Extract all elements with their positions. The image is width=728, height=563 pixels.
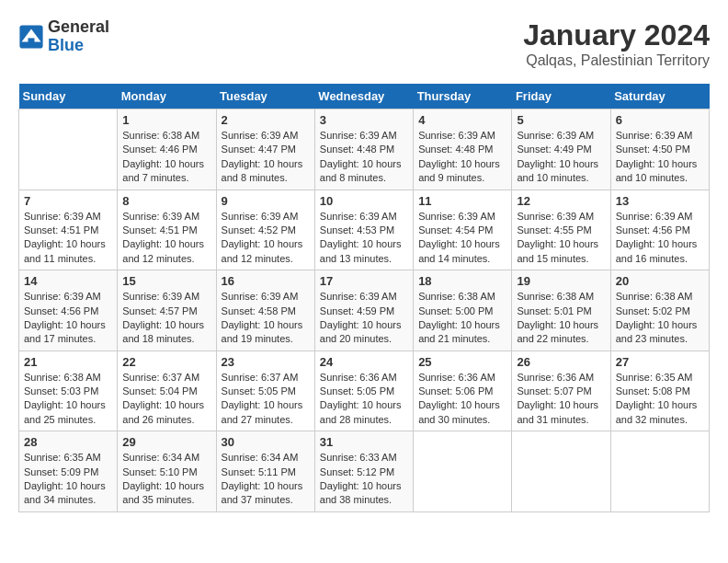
calendar-cell: 13Sunrise: 6:39 AM Sunset: 4:56 PM Dayli…: [610, 190, 709, 270]
day-info: Sunrise: 6:38 AM Sunset: 4:46 PM Dayligh…: [122, 129, 210, 186]
day-info: Sunrise: 6:39 AM Sunset: 4:48 PM Dayligh…: [418, 129, 506, 186]
day-number: 29: [122, 435, 210, 449]
calendar-cell: 12Sunrise: 6:39 AM Sunset: 4:55 PM Dayli…: [512, 190, 610, 270]
calendar-week-2: 7Sunrise: 6:39 AM Sunset: 4:51 PM Daylig…: [19, 190, 710, 270]
calendar-cell: 1Sunrise: 6:38 AM Sunset: 4:46 PM Daylig…: [118, 109, 216, 190]
calendar-cell: [19, 109, 118, 190]
day-info: Sunrise: 6:34 AM Sunset: 5:11 PM Dayligh…: [222, 451, 310, 508]
day-info: Sunrise: 6:38 AM Sunset: 5:01 PM Dayligh…: [517, 290, 605, 347]
column-header-tuesday: Tuesday: [216, 84, 314, 109]
calendar-cell: 16Sunrise: 6:39 AM Sunset: 4:58 PM Dayli…: [216, 270, 314, 351]
day-number: 20: [616, 274, 704, 288]
day-info: Sunrise: 6:36 AM Sunset: 5:07 PM Dayligh…: [517, 371, 605, 428]
day-number: 24: [320, 355, 408, 369]
day-number: 19: [517, 274, 605, 288]
calendar-table: SundayMondayTuesdayWednesdayThursdayFrid…: [18, 84, 710, 512]
day-number: 11: [418, 194, 506, 208]
day-number: 8: [122, 194, 210, 208]
day-number: 28: [24, 435, 112, 449]
calendar-cell: 2Sunrise: 6:39 AM Sunset: 4:47 PM Daylig…: [216, 109, 314, 190]
day-info: Sunrise: 6:39 AM Sunset: 4:51 PM Dayligh…: [122, 210, 210, 267]
day-number: 2: [222, 113, 310, 127]
day-number: 26: [517, 355, 605, 369]
day-info: Sunrise: 6:36 AM Sunset: 5:06 PM Dayligh…: [418, 371, 506, 428]
day-number: 5: [517, 113, 605, 127]
day-number: 21: [24, 355, 112, 369]
day-number: 6: [616, 113, 704, 127]
day-number: 17: [320, 274, 408, 288]
day-number: 18: [418, 274, 506, 288]
day-number: 14: [24, 274, 112, 288]
day-number: 27: [616, 355, 704, 369]
day-info: Sunrise: 6:38 AM Sunset: 5:03 PM Dayligh…: [24, 371, 112, 428]
svg-rect-2: [28, 38, 35, 45]
calendar-week-4: 21Sunrise: 6:38 AM Sunset: 5:03 PM Dayli…: [19, 350, 710, 431]
calendar-cell: 10Sunrise: 6:39 AM Sunset: 4:53 PM Dayli…: [314, 190, 413, 270]
day-info: Sunrise: 6:39 AM Sunset: 4:56 PM Dayligh…: [616, 210, 704, 267]
calendar-cell: 24Sunrise: 6:36 AM Sunset: 5:05 PM Dayli…: [314, 350, 413, 431]
day-info: Sunrise: 6:39 AM Sunset: 4:55 PM Dayligh…: [517, 210, 605, 267]
calendar-cell: 19Sunrise: 6:38 AM Sunset: 5:01 PM Dayli…: [512, 270, 610, 351]
title-block: January 2024 Qalqas, Palestinian Territo…: [523, 18, 710, 69]
calendar-cell: 11Sunrise: 6:39 AM Sunset: 4:54 PM Dayli…: [414, 190, 512, 270]
calendar-cell: 25Sunrise: 6:36 AM Sunset: 5:06 PM Dayli…: [414, 350, 512, 431]
day-number: 1: [122, 113, 210, 127]
logo-blue-text: Blue: [48, 37, 109, 55]
day-info: Sunrise: 6:39 AM Sunset: 4:52 PM Dayligh…: [222, 210, 310, 267]
day-info: Sunrise: 6:39 AM Sunset: 4:59 PM Dayligh…: [320, 290, 408, 347]
calendar-title: January 2024: [523, 18, 710, 52]
day-info: Sunrise: 6:35 AM Sunset: 5:08 PM Dayligh…: [616, 371, 704, 428]
calendar-cell: 14Sunrise: 6:39 AM Sunset: 4:56 PM Dayli…: [19, 270, 118, 351]
calendar-cell: 31Sunrise: 6:33 AM Sunset: 5:12 PM Dayli…: [314, 431, 413, 512]
day-info: Sunrise: 6:37 AM Sunset: 5:04 PM Dayligh…: [122, 371, 210, 428]
calendar-cell: 17Sunrise: 6:39 AM Sunset: 4:59 PM Dayli…: [314, 270, 413, 351]
day-info: Sunrise: 6:37 AM Sunset: 5:05 PM Dayligh…: [222, 371, 310, 428]
day-info: Sunrise: 6:39 AM Sunset: 4:53 PM Dayligh…: [320, 210, 408, 267]
day-info: Sunrise: 6:38 AM Sunset: 5:02 PM Dayligh…: [616, 290, 704, 347]
column-header-friday: Friday: [512, 84, 610, 109]
calendar-cell: 6Sunrise: 6:39 AM Sunset: 4:50 PM Daylig…: [610, 109, 709, 190]
day-number: 4: [418, 113, 506, 127]
day-number: 12: [517, 194, 605, 208]
page-header: General Blue January 2024 Qalqas, Palest…: [18, 18, 710, 69]
column-header-wednesday: Wednesday: [314, 84, 413, 109]
day-number: 23: [222, 355, 310, 369]
day-info: Sunrise: 6:36 AM Sunset: 5:05 PM Dayligh…: [320, 371, 408, 428]
column-header-sunday: Sunday: [19, 84, 118, 109]
day-number: 9: [222, 194, 310, 208]
calendar-subtitle: Qalqas, Palestinian Territory: [523, 52, 710, 69]
calendar-cell: 28Sunrise: 6:35 AM Sunset: 5:09 PM Dayli…: [19, 431, 118, 512]
calendar-cell: 30Sunrise: 6:34 AM Sunset: 5:11 PM Dayli…: [216, 431, 314, 512]
day-info: Sunrise: 6:33 AM Sunset: 5:12 PM Dayligh…: [320, 451, 408, 508]
day-number: 7: [24, 194, 112, 208]
calendar-cell: 3Sunrise: 6:39 AM Sunset: 4:48 PM Daylig…: [314, 109, 413, 190]
day-number: 10: [320, 194, 408, 208]
day-info: Sunrise: 6:39 AM Sunset: 4:50 PM Dayligh…: [616, 129, 704, 186]
header-row: SundayMondayTuesdayWednesdayThursdayFrid…: [19, 84, 710, 109]
calendar-cell: 7Sunrise: 6:39 AM Sunset: 4:51 PM Daylig…: [19, 190, 118, 270]
logo-general-text: General: [48, 18, 109, 37]
calendar-cell: 5Sunrise: 6:39 AM Sunset: 4:49 PM Daylig…: [512, 109, 610, 190]
day-info: Sunrise: 6:34 AM Sunset: 5:10 PM Dayligh…: [122, 451, 210, 508]
calendar-cell: 4Sunrise: 6:39 AM Sunset: 4:48 PM Daylig…: [414, 109, 512, 190]
day-number: 30: [222, 435, 310, 449]
day-number: 25: [418, 355, 506, 369]
calendar-cell: 21Sunrise: 6:38 AM Sunset: 5:03 PM Dayli…: [19, 350, 118, 431]
calendar-week-5: 28Sunrise: 6:35 AM Sunset: 5:09 PM Dayli…: [19, 431, 710, 512]
day-info: Sunrise: 6:35 AM Sunset: 5:09 PM Dayligh…: [24, 451, 112, 508]
day-number: 16: [222, 274, 310, 288]
day-info: Sunrise: 6:39 AM Sunset: 4:54 PM Dayligh…: [418, 210, 506, 267]
calendar-cell: 27Sunrise: 6:35 AM Sunset: 5:08 PM Dayli…: [610, 350, 709, 431]
column-header-saturday: Saturday: [610, 84, 709, 109]
calendar-cell: 15Sunrise: 6:39 AM Sunset: 4:57 PM Dayli…: [118, 270, 216, 351]
calendar-cell: [414, 431, 512, 512]
calendar-week-3: 14Sunrise: 6:39 AM Sunset: 4:56 PM Dayli…: [19, 270, 710, 351]
day-info: Sunrise: 6:39 AM Sunset: 4:58 PM Dayligh…: [222, 290, 310, 347]
calendar-cell: 20Sunrise: 6:38 AM Sunset: 5:02 PM Dayli…: [610, 270, 709, 351]
calendar-cell: 29Sunrise: 6:34 AM Sunset: 5:10 PM Dayli…: [118, 431, 216, 512]
calendar-cell: 22Sunrise: 6:37 AM Sunset: 5:04 PM Dayli…: [118, 350, 216, 431]
day-number: 13: [616, 194, 704, 208]
calendar-cell: 26Sunrise: 6:36 AM Sunset: 5:07 PM Dayli…: [512, 350, 610, 431]
day-info: Sunrise: 6:39 AM Sunset: 4:49 PM Dayligh…: [517, 129, 605, 186]
day-info: Sunrise: 6:39 AM Sunset: 4:56 PM Dayligh…: [24, 290, 112, 347]
